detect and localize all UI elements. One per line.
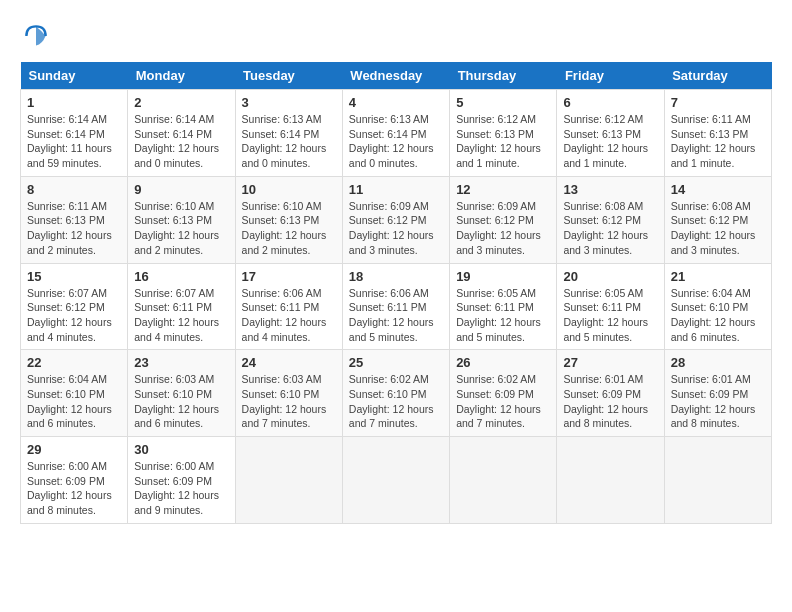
calendar-cell: 20Sunrise: 6:05 AMSunset: 6:11 PMDayligh… bbox=[557, 263, 664, 350]
calendar-cell: 8Sunrise: 6:11 AMSunset: 6:13 PMDaylight… bbox=[21, 176, 128, 263]
day-number: 4 bbox=[349, 95, 443, 110]
calendar-week-row: 1Sunrise: 6:14 AMSunset: 6:14 PMDaylight… bbox=[21, 90, 772, 177]
day-number: 20 bbox=[563, 269, 657, 284]
day-number: 27 bbox=[563, 355, 657, 370]
day-info: Sunrise: 6:06 AMSunset: 6:11 PMDaylight:… bbox=[349, 286, 443, 345]
day-info: Sunrise: 6:09 AMSunset: 6:12 PMDaylight:… bbox=[456, 199, 550, 258]
calendar-cell: 10Sunrise: 6:10 AMSunset: 6:13 PMDayligh… bbox=[235, 176, 342, 263]
day-number: 3 bbox=[242, 95, 336, 110]
day-info: Sunrise: 6:05 AMSunset: 6:11 PMDaylight:… bbox=[563, 286, 657, 345]
day-header-wednesday: Wednesday bbox=[342, 62, 449, 90]
calendar-cell: 12Sunrise: 6:09 AMSunset: 6:12 PMDayligh… bbox=[450, 176, 557, 263]
day-number: 21 bbox=[671, 269, 765, 284]
day-info: Sunrise: 6:14 AMSunset: 6:14 PMDaylight:… bbox=[27, 112, 121, 171]
day-header-friday: Friday bbox=[557, 62, 664, 90]
calendar-cell: 6Sunrise: 6:12 AMSunset: 6:13 PMDaylight… bbox=[557, 90, 664, 177]
calendar-cell: 5Sunrise: 6:12 AMSunset: 6:13 PMDaylight… bbox=[450, 90, 557, 177]
calendar-cell: 21Sunrise: 6:04 AMSunset: 6:10 PMDayligh… bbox=[664, 263, 771, 350]
day-info: Sunrise: 6:04 AMSunset: 6:10 PMDaylight:… bbox=[27, 372, 121, 431]
day-number: 28 bbox=[671, 355, 765, 370]
calendar-cell bbox=[235, 437, 342, 524]
day-info: Sunrise: 6:07 AMSunset: 6:11 PMDaylight:… bbox=[134, 286, 228, 345]
day-info: Sunrise: 6:09 AMSunset: 6:12 PMDaylight:… bbox=[349, 199, 443, 258]
calendar-header-row: SundayMondayTuesdayWednesdayThursdayFrid… bbox=[21, 62, 772, 90]
day-info: Sunrise: 6:02 AMSunset: 6:10 PMDaylight:… bbox=[349, 372, 443, 431]
day-number: 22 bbox=[27, 355, 121, 370]
calendar-cell: 15Sunrise: 6:07 AMSunset: 6:12 PMDayligh… bbox=[21, 263, 128, 350]
day-info: Sunrise: 6:01 AMSunset: 6:09 PMDaylight:… bbox=[563, 372, 657, 431]
calendar-cell: 18Sunrise: 6:06 AMSunset: 6:11 PMDayligh… bbox=[342, 263, 449, 350]
calendar-cell: 30Sunrise: 6:00 AMSunset: 6:09 PMDayligh… bbox=[128, 437, 235, 524]
calendar-cell bbox=[557, 437, 664, 524]
calendar-cell bbox=[342, 437, 449, 524]
day-info: Sunrise: 6:08 AMSunset: 6:12 PMDaylight:… bbox=[563, 199, 657, 258]
calendar-cell bbox=[664, 437, 771, 524]
day-header-tuesday: Tuesday bbox=[235, 62, 342, 90]
day-info: Sunrise: 6:13 AMSunset: 6:14 PMDaylight:… bbox=[242, 112, 336, 171]
day-info: Sunrise: 6:02 AMSunset: 6:09 PMDaylight:… bbox=[456, 372, 550, 431]
day-info: Sunrise: 6:00 AMSunset: 6:09 PMDaylight:… bbox=[134, 459, 228, 518]
day-number: 6 bbox=[563, 95, 657, 110]
day-info: Sunrise: 6:08 AMSunset: 6:12 PMDaylight:… bbox=[671, 199, 765, 258]
calendar-cell: 14Sunrise: 6:08 AMSunset: 6:12 PMDayligh… bbox=[664, 176, 771, 263]
calendar-cell: 16Sunrise: 6:07 AMSunset: 6:11 PMDayligh… bbox=[128, 263, 235, 350]
calendar-cell: 11Sunrise: 6:09 AMSunset: 6:12 PMDayligh… bbox=[342, 176, 449, 263]
day-info: Sunrise: 6:12 AMSunset: 6:13 PMDaylight:… bbox=[563, 112, 657, 171]
calendar-cell: 29Sunrise: 6:00 AMSunset: 6:09 PMDayligh… bbox=[21, 437, 128, 524]
day-number: 5 bbox=[456, 95, 550, 110]
day-info: Sunrise: 6:06 AMSunset: 6:11 PMDaylight:… bbox=[242, 286, 336, 345]
day-info: Sunrise: 6:03 AMSunset: 6:10 PMDaylight:… bbox=[242, 372, 336, 431]
day-info: Sunrise: 6:05 AMSunset: 6:11 PMDaylight:… bbox=[456, 286, 550, 345]
day-header-saturday: Saturday bbox=[664, 62, 771, 90]
calendar-week-row: 8Sunrise: 6:11 AMSunset: 6:13 PMDaylight… bbox=[21, 176, 772, 263]
calendar-cell: 27Sunrise: 6:01 AMSunset: 6:09 PMDayligh… bbox=[557, 350, 664, 437]
day-info: Sunrise: 6:07 AMSunset: 6:12 PMDaylight:… bbox=[27, 286, 121, 345]
day-number: 17 bbox=[242, 269, 336, 284]
day-number: 9 bbox=[134, 182, 228, 197]
logo bbox=[20, 20, 56, 52]
calendar-cell: 13Sunrise: 6:08 AMSunset: 6:12 PMDayligh… bbox=[557, 176, 664, 263]
calendar-cell: 24Sunrise: 6:03 AMSunset: 6:10 PMDayligh… bbox=[235, 350, 342, 437]
calendar-cell: 7Sunrise: 6:11 AMSunset: 6:13 PMDaylight… bbox=[664, 90, 771, 177]
calendar-cell: 2Sunrise: 6:14 AMSunset: 6:14 PMDaylight… bbox=[128, 90, 235, 177]
day-number: 12 bbox=[456, 182, 550, 197]
day-info: Sunrise: 6:10 AMSunset: 6:13 PMDaylight:… bbox=[242, 199, 336, 258]
page-header bbox=[20, 20, 772, 52]
calendar-table: SundayMondayTuesdayWednesdayThursdayFrid… bbox=[20, 62, 772, 524]
day-number: 8 bbox=[27, 182, 121, 197]
day-info: Sunrise: 6:10 AMSunset: 6:13 PMDaylight:… bbox=[134, 199, 228, 258]
day-number: 15 bbox=[27, 269, 121, 284]
calendar-cell: 3Sunrise: 6:13 AMSunset: 6:14 PMDaylight… bbox=[235, 90, 342, 177]
day-number: 2 bbox=[134, 95, 228, 110]
day-number: 10 bbox=[242, 182, 336, 197]
day-number: 26 bbox=[456, 355, 550, 370]
day-number: 25 bbox=[349, 355, 443, 370]
calendar-cell: 28Sunrise: 6:01 AMSunset: 6:09 PMDayligh… bbox=[664, 350, 771, 437]
day-header-thursday: Thursday bbox=[450, 62, 557, 90]
calendar-cell: 22Sunrise: 6:04 AMSunset: 6:10 PMDayligh… bbox=[21, 350, 128, 437]
logo-icon bbox=[20, 20, 52, 52]
day-number: 23 bbox=[134, 355, 228, 370]
calendar-cell: 9Sunrise: 6:10 AMSunset: 6:13 PMDaylight… bbox=[128, 176, 235, 263]
day-number: 1 bbox=[27, 95, 121, 110]
day-header-monday: Monday bbox=[128, 62, 235, 90]
day-number: 18 bbox=[349, 269, 443, 284]
day-header-sunday: Sunday bbox=[21, 62, 128, 90]
calendar-week-row: 29Sunrise: 6:00 AMSunset: 6:09 PMDayligh… bbox=[21, 437, 772, 524]
day-number: 19 bbox=[456, 269, 550, 284]
day-number: 14 bbox=[671, 182, 765, 197]
calendar-week-row: 22Sunrise: 6:04 AMSunset: 6:10 PMDayligh… bbox=[21, 350, 772, 437]
day-info: Sunrise: 6:12 AMSunset: 6:13 PMDaylight:… bbox=[456, 112, 550, 171]
day-number: 11 bbox=[349, 182, 443, 197]
day-number: 29 bbox=[27, 442, 121, 457]
calendar-cell: 1Sunrise: 6:14 AMSunset: 6:14 PMDaylight… bbox=[21, 90, 128, 177]
calendar-cell: 25Sunrise: 6:02 AMSunset: 6:10 PMDayligh… bbox=[342, 350, 449, 437]
day-info: Sunrise: 6:00 AMSunset: 6:09 PMDaylight:… bbox=[27, 459, 121, 518]
day-number: 24 bbox=[242, 355, 336, 370]
day-info: Sunrise: 6:01 AMSunset: 6:09 PMDaylight:… bbox=[671, 372, 765, 431]
calendar-week-row: 15Sunrise: 6:07 AMSunset: 6:12 PMDayligh… bbox=[21, 263, 772, 350]
calendar-cell: 26Sunrise: 6:02 AMSunset: 6:09 PMDayligh… bbox=[450, 350, 557, 437]
day-info: Sunrise: 6:11 AMSunset: 6:13 PMDaylight:… bbox=[27, 199, 121, 258]
day-info: Sunrise: 6:04 AMSunset: 6:10 PMDaylight:… bbox=[671, 286, 765, 345]
calendar-cell: 19Sunrise: 6:05 AMSunset: 6:11 PMDayligh… bbox=[450, 263, 557, 350]
